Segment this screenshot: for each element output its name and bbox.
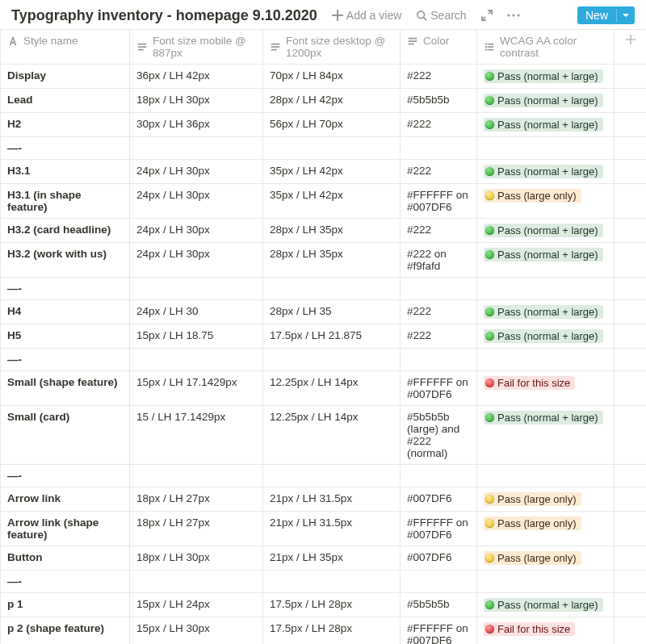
cell-add[interactable] xyxy=(615,219,647,243)
table-row[interactable]: H515px / LH 18.7517.5px / LH 21.875#222P… xyxy=(1,324,647,349)
cell-color[interactable] xyxy=(401,278,477,300)
cell-add[interactable] xyxy=(615,617,647,645)
cell-mobile[interactable] xyxy=(130,137,263,160)
cell-color[interactable]: #007DF6 xyxy=(401,546,477,571)
cell-desktop[interactable]: 17.5px / LH 28px xyxy=(263,593,401,617)
cell-desktop[interactable]: 28px / LH 35 xyxy=(263,300,401,324)
cell-name[interactable]: H3.1 xyxy=(1,160,130,184)
more-button[interactable] xyxy=(502,8,525,23)
cell-mobile[interactable]: 18px / LH 30px xyxy=(130,546,263,571)
cell-mobile[interactable]: 24px / LH 30px xyxy=(130,160,263,184)
cell-wcag[interactable]: Pass (large only) xyxy=(477,184,615,219)
cell-desktop[interactable]: 35px / LH 42px xyxy=(263,160,401,184)
cell-add[interactable] xyxy=(615,546,647,571)
table-row[interactable]: —- xyxy=(1,571,647,593)
new-button[interactable]: New xyxy=(577,6,635,24)
cell-mobile[interactable]: 24px / LH 30px xyxy=(130,219,263,243)
cell-color[interactable]: #222 xyxy=(401,324,477,349)
cell-add[interactable] xyxy=(615,487,647,512)
cell-color[interactable] xyxy=(401,465,477,487)
table-row[interactable]: H3.2 (card headline)24px / LH 30px28px /… xyxy=(1,219,647,243)
table-row[interactable]: H3.124px / LH 30px35px / LH 42px#222Pass… xyxy=(1,160,647,184)
cell-wcag[interactable]: Fail for this size xyxy=(477,371,615,406)
cell-wcag[interactable]: Pass (normal + large) xyxy=(477,300,615,324)
cell-add[interactable] xyxy=(615,300,647,324)
cell-name[interactable]: Small (card) xyxy=(1,406,130,465)
cell-name[interactable]: —- xyxy=(1,465,130,487)
cell-wcag[interactable]: Pass (normal + large) xyxy=(477,324,615,349)
cell-wcag[interactable]: Pass (normal + large) xyxy=(477,243,615,278)
cell-mobile[interactable] xyxy=(130,465,263,487)
cell-desktop[interactable] xyxy=(263,278,401,300)
cell-mobile[interactable]: 24px / LH 30px xyxy=(130,243,263,278)
cell-color[interactable]: #5b5b5b (large) and #222 (normal) xyxy=(401,406,477,465)
table-row[interactable]: Button18px / LH 30px21px / LH 35px#007DF… xyxy=(1,546,647,571)
cell-name[interactable]: H4 xyxy=(1,300,130,324)
cell-desktop[interactable]: 70px / LH 84px xyxy=(263,65,401,89)
cell-mobile[interactable]: 15 / LH 17.1429px xyxy=(130,406,263,465)
table-row[interactable]: H3.1 (in shape feature)24px / LH 30px35p… xyxy=(1,184,647,219)
search-button[interactable]: Search xyxy=(411,7,471,23)
cell-add[interactable] xyxy=(615,160,647,184)
cell-name[interactable]: —- xyxy=(1,571,130,593)
cell-mobile[interactable]: 15px / LH 24px xyxy=(130,593,263,617)
cell-wcag[interactable] xyxy=(477,137,615,160)
cell-color[interactable]: #222 xyxy=(401,300,477,324)
table-row[interactable]: —- xyxy=(1,349,647,371)
cell-color[interactable]: #222 on #f9fafd xyxy=(401,243,477,278)
cell-desktop[interactable]: 21px / LH 31.5px xyxy=(263,512,401,546)
cell-name[interactable]: H3.1 (in shape feature) xyxy=(1,184,130,219)
cell-mobile[interactable]: 15px / LH 18.75 xyxy=(130,324,263,349)
cell-mobile[interactable]: 30px / LH 36px xyxy=(130,113,263,137)
table-row[interactable]: Display36px / LH 42px70px / LH 84px#222P… xyxy=(1,65,647,89)
cell-add[interactable] xyxy=(615,278,647,300)
cell-name[interactable]: p 2 (shape feature) xyxy=(1,617,130,645)
col-header-desktop[interactable]: Font size desktop @ 1200px xyxy=(263,30,401,65)
cell-wcag[interactable]: Pass (normal + large) xyxy=(477,593,615,617)
cell-color[interactable] xyxy=(401,349,477,371)
cell-color[interactable]: #222 xyxy=(401,113,477,137)
cell-name[interactable]: Small (shape feature) xyxy=(1,371,130,406)
cell-wcag[interactable]: Pass (large only) xyxy=(477,512,615,546)
table-row[interactable]: H424px / LH 3028px / LH 35#222Pass (norm… xyxy=(1,300,647,324)
cell-desktop[interactable] xyxy=(263,349,401,371)
cell-add[interactable] xyxy=(615,65,647,89)
cell-desktop[interactable]: 28px / LH 35px xyxy=(263,243,401,278)
cell-color[interactable]: #FFFFFF on #007DF6 xyxy=(401,617,477,645)
cell-color[interactable]: #FFFFFF on #007DF6 xyxy=(401,184,477,219)
cell-add[interactable] xyxy=(615,593,647,617)
cell-add[interactable] xyxy=(615,571,647,593)
cell-name[interactable]: H2 xyxy=(1,113,130,137)
cell-name[interactable]: H3.2 (work with us) xyxy=(1,243,130,278)
cell-mobile[interactable]: 18px / LH 27px xyxy=(130,512,263,546)
cell-add[interactable] xyxy=(615,243,647,278)
cell-mobile[interactable] xyxy=(130,571,263,593)
cell-desktop[interactable]: 28px / LH 35px xyxy=(263,219,401,243)
cell-wcag[interactable] xyxy=(477,278,615,300)
table-row[interactable]: —- xyxy=(1,465,647,487)
cell-add[interactable] xyxy=(615,406,647,465)
cell-color[interactable]: #5b5b5b xyxy=(401,89,477,113)
table-row[interactable]: —- xyxy=(1,278,647,300)
cell-desktop[interactable] xyxy=(263,137,401,160)
table-row[interactable]: Arrow link18px / LH 27px21px / LH 31.5px… xyxy=(1,487,647,512)
cell-desktop[interactable]: 17.5px / LH 28px xyxy=(263,617,401,645)
cell-add[interactable] xyxy=(615,137,647,160)
cell-mobile[interactable]: 36px / LH 42px xyxy=(130,65,263,89)
cell-color[interactable]: #FFFFFF on #007DF6 xyxy=(401,371,477,406)
cell-name[interactable]: Display xyxy=(1,65,130,89)
cell-add[interactable] xyxy=(615,512,647,546)
cell-wcag[interactable] xyxy=(477,349,615,371)
cell-desktop[interactable]: 12.25px / LH 14px xyxy=(263,406,401,465)
cell-wcag[interactable]: Pass (normal + large) xyxy=(477,219,615,243)
cell-wcag[interactable] xyxy=(477,571,615,593)
cell-name[interactable]: Arrow link xyxy=(1,487,130,512)
cell-color[interactable] xyxy=(401,571,477,593)
cell-color[interactable]: #222 xyxy=(401,65,477,89)
cell-color[interactable] xyxy=(401,137,477,160)
col-header-color[interactable]: Color xyxy=(401,30,477,65)
cell-add[interactable] xyxy=(615,349,647,371)
cell-name[interactable]: —- xyxy=(1,137,130,160)
cell-desktop[interactable]: 21px / LH 31.5px xyxy=(263,487,401,512)
cell-desktop[interactable]: 12.25px / LH 14px xyxy=(263,371,401,406)
